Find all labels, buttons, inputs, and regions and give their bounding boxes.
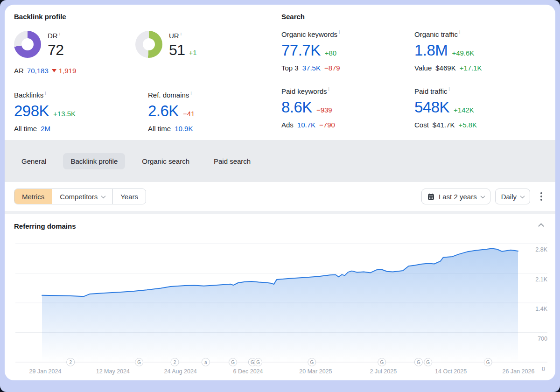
- ref-domains-delta: −41: [183, 110, 195, 118]
- referring-domains-section: Referring domains 2.8K2.1K1.4K700029 Jan…: [5, 214, 555, 380]
- svg-text:a: a: [204, 360, 207, 365]
- event-marker-g[interactable]: G: [308, 358, 316, 366]
- event-marker-g[interactable]: G: [414, 358, 422, 366]
- chevron-down-icon: [480, 194, 485, 198]
- info-icon[interactable]: i: [181, 31, 182, 36]
- event-marker-g[interactable]: G: [135, 358, 143, 366]
- info-icon[interactable]: i: [190, 91, 191, 96]
- svg-text:2: 2: [174, 360, 176, 365]
- svg-text:G: G: [256, 360, 260, 365]
- backlinks-delta: +13.5K: [53, 110, 76, 118]
- ar-label: AR: [14, 67, 24, 75]
- x-axis-label: 2 Jul 2025: [370, 368, 397, 375]
- tab-organic-search[interactable]: Organic search: [134, 153, 197, 169]
- tab-backlink-profile[interactable]: Backlink profile: [63, 153, 125, 169]
- ref-domains-card: Ref. domainsi 2.6K −41 All time 10.9K: [148, 91, 281, 133]
- svg-text:G: G: [426, 360, 430, 365]
- ur-donut-chart: [135, 31, 162, 58]
- paid-keywords-value[interactable]: 8.6K: [281, 98, 312, 116]
- backlink-profile-title: Backlink profile: [14, 13, 281, 21]
- score-row: DRi 72 URi 51 +1: [14, 31, 281, 59]
- event-marker-g[interactable]: G: [484, 358, 492, 366]
- dr-donut-chart: [14, 31, 41, 58]
- dr-label: DRi: [48, 31, 64, 40]
- y-axis-label: 0: [542, 366, 545, 372]
- organic-traffic-card: Organic traffici 1.8M +49.6K Value $469K…: [414, 30, 555, 72]
- organic-keywords-card: Organic keywordsi 77.7K +80 Top 3 37.5K …: [281, 30, 414, 72]
- dr-block: DRi 72: [14, 31, 135, 59]
- svg-text:G: G: [231, 360, 235, 365]
- info-icon[interactable]: i: [59, 31, 60, 36]
- x-axis-label: 24 Aug 2024: [164, 368, 197, 375]
- backlinks-label: Backlinksi: [14, 91, 148, 99]
- chevron-down-icon: [101, 194, 106, 198]
- tab-paid-search[interactable]: Paid search: [206, 153, 258, 169]
- all-time-value[interactable]: 2M: [41, 125, 50, 133]
- paid-traffic-value[interactable]: 548K: [414, 98, 449, 116]
- chevron-up-icon: [538, 223, 544, 229]
- event-marker-2[interactable]: 2: [171, 358, 179, 366]
- event-marker-g[interactable]: G: [254, 358, 262, 366]
- x-axis-label: 12 May 2024: [96, 368, 130, 375]
- all-time-label: All time: [148, 125, 171, 133]
- organic-traffic-value[interactable]: 1.8M: [414, 42, 448, 59]
- ref-domains-label: Ref. domainsi: [148, 91, 281, 99]
- ur-value: 51: [169, 42, 185, 59]
- info-icon[interactable]: i: [459, 30, 460, 35]
- app-window: Backlink profile DRi 72 URi: [0, 0, 560, 392]
- backlink-metric-cards: Backlinksi 298K +13.5K All time 2M Ref. …: [14, 91, 281, 133]
- tab-general[interactable]: General: [14, 153, 54, 169]
- x-axis-label: 14 Oct 2025: [435, 368, 467, 375]
- more-options-button[interactable]: [537, 189, 546, 203]
- x-axis-label: 29 Jan 2024: [29, 368, 62, 375]
- calendar-icon: [427, 193, 434, 200]
- granularity-button[interactable]: Daily: [495, 189, 530, 204]
- info-icon[interactable]: i: [449, 87, 450, 92]
- domain-overview-panel: Backlink profile DRi 72 URi: [5, 5, 555, 380]
- svg-text:G: G: [417, 360, 420, 365]
- view-mode-segmented-control: Metrics Competitors Years: [14, 189, 146, 204]
- paid-traffic-card: Paid traffici 548K +142K Cost $41.7K +5.…: [414, 87, 555, 129]
- organic-keywords-value[interactable]: 77.7K: [281, 42, 321, 59]
- segment-years[interactable]: Years: [112, 189, 146, 204]
- search-metric-cards: Organic keywordsi 77.7K +80 Top 3 37.5K …: [281, 30, 555, 129]
- chart-controls-row: Metrics Competitors Years Last 2 years: [5, 182, 555, 211]
- area-fill: [42, 249, 518, 363]
- backlinks-value[interactable]: 298K: [14, 102, 49, 120]
- x-axis-label: 26 Jan 2026: [503, 368, 535, 375]
- collapse-section-button[interactable]: [537, 220, 545, 232]
- ar-row: AR 70,183 1,919: [14, 67, 281, 75]
- segment-metrics[interactable]: Metrics: [14, 189, 52, 204]
- segment-competitors[interactable]: Competitors: [52, 189, 112, 204]
- search-title: Search: [281, 13, 555, 21]
- event-marker-g[interactable]: G: [424, 358, 432, 366]
- event-marker-g[interactable]: G: [229, 358, 237, 366]
- chart-title: Referring domains: [14, 222, 76, 230]
- y-axis-label: 1.4K: [535, 306, 547, 312]
- event-marker-g[interactable]: G: [378, 358, 386, 366]
- y-axis-label: 2.1K: [535, 276, 547, 283]
- date-range-button[interactable]: Last 2 years: [421, 189, 490, 204]
- ar-value[interactable]: 70,183: [27, 67, 49, 75]
- event-marker-2[interactable]: 2: [67, 358, 75, 366]
- all-time-value[interactable]: 10.9K: [175, 125, 193, 133]
- x-axis-label: 20 Mar 2025: [299, 368, 332, 375]
- paid-keywords-card: Paid keywordsi 8.6K −939 Ads 10.7K −790: [281, 87, 414, 129]
- summary-section: Backlink profile DRi 72 URi: [5, 5, 555, 140]
- referring-domains-chart: 2.8K2.1K1.4K700029 Jan 202412 May 202424…: [15, 237, 547, 379]
- info-icon[interactable]: i: [339, 30, 340, 35]
- event-marker-a[interactable]: a: [202, 358, 210, 366]
- svg-text:G: G: [137, 360, 141, 365]
- info-icon[interactable]: i: [45, 91, 46, 96]
- chevron-down-icon: [520, 194, 525, 198]
- x-axis-label: 6 Dec 2024: [233, 368, 263, 375]
- triangle-down-icon: [52, 69, 56, 72]
- info-icon[interactable]: i: [329, 87, 329, 92]
- ur-delta: +1: [189, 49, 197, 56]
- backlink-profile-column: Backlink profile DRi 72 URi: [14, 13, 281, 140]
- backlinks-card: Backlinksi 298K +13.5K All time 2M: [14, 91, 148, 133]
- ref-domains-value[interactable]: 2.6K: [148, 102, 179, 120]
- ar-delta: 1,919: [59, 67, 77, 75]
- section-tabbar: General Backlink profile Organic search …: [5, 140, 555, 182]
- svg-text:G: G: [310, 360, 314, 365]
